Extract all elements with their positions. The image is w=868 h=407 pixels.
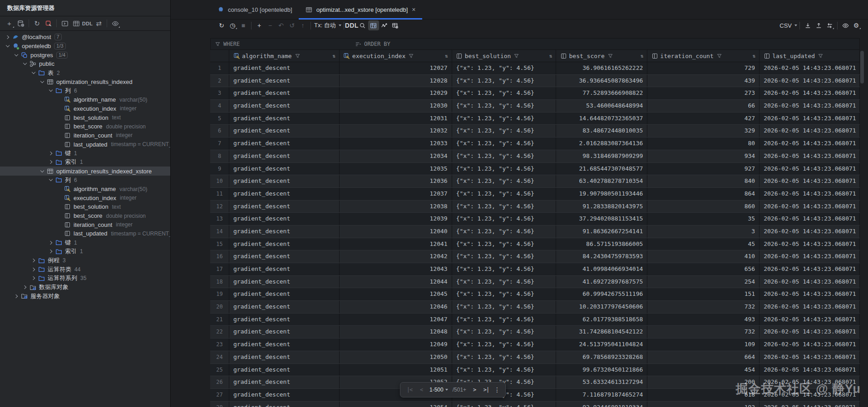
tab-console-10[interactable]: console_10 [openteledb]: [210, 0, 299, 19]
close-icon[interactable]: ×: [412, 6, 415, 13]
cell-execution_index[interactable]: 12048: [340, 326, 452, 338]
tree-item-iteration_count[interactable]: iteration_countinteger: [0, 131, 170, 140]
row-number[interactable]: 20: [210, 301, 229, 313]
chevron-right-icon[interactable]: [30, 257, 37, 264]
ddl-button[interactable]: DDL: [346, 20, 357, 30]
cell-execution_index[interactable]: 12043: [340, 263, 452, 275]
search-icon[interactable]: [357, 20, 368, 30]
row-number[interactable]: 25: [210, 364, 229, 376]
cell-execution_index[interactable]: 12044: [340, 276, 452, 288]
jump-to-console-icon[interactable]: ⇄: [93, 18, 104, 29]
cell-algorithm_name[interactable]: gradient_descent: [229, 314, 340, 326]
cell-execution_index[interactable]: 12027: [340, 62, 452, 74]
row-number[interactable]: 10: [210, 175, 229, 187]
cell-execution_index[interactable]: 12054: [340, 402, 452, 407]
cell-last_updated[interactable]: 2026-02-05 14:43:23.068071: [760, 314, 860, 326]
cell-iteration_count[interactable]: 860: [647, 201, 760, 213]
cell-execution_index[interactable]: 12040: [340, 226, 452, 238]
cell-iteration_count[interactable]: 151: [647, 288, 760, 300]
row-number[interactable]: 27: [210, 389, 229, 401]
cell-last_updated[interactable]: 2026-02-05 14:43:23.068071: [760, 238, 860, 250]
tree-item-iteration_count[interactable]: iteration_countinteger: [0, 220, 170, 229]
cell-algorithm_name[interactable]: gradient_descent: [229, 201, 340, 213]
tree-item-服务器对象[interactable]: 服务器对象: [0, 292, 170, 301]
cell-last_updated[interactable]: 2026-02-05 14:43:23.068071: [760, 338, 860, 351]
cell-best_score[interactable]: 91.86362667254141: [556, 226, 647, 238]
chart-icon[interactable]: [379, 20, 390, 30]
cell-iteration_count[interactable]: 493: [647, 314, 760, 326]
row-number[interactable]: 23: [210, 338, 229, 351]
cell-algorithm_name[interactable]: gradient_descent: [229, 276, 340, 288]
cell-last_updated[interactable]: 2026-02-05 14:43:23.068071: [760, 125, 860, 137]
cell-iteration_count[interactable]: 329: [647, 125, 760, 137]
cell-iteration_count[interactable]: 454: [647, 364, 760, 376]
cell-last_updated[interactable]: 2026-02-05 14:43:23.068071: [760, 75, 860, 87]
filter-table-icon[interactable]: [368, 20, 379, 30]
cell-algorithm_name[interactable]: gradient_descent: [229, 75, 340, 87]
cell-best_score[interactable]: 62.01779388518658: [556, 314, 647, 326]
tree-item-execution_index[interactable]: execution_indexinteger: [0, 104, 170, 113]
cell-best_score[interactable]: 84.24304759783593: [556, 250, 647, 263]
cell-best_solution[interactable]: {"x": 1.23, "y": 4.56}: [452, 87, 557, 99]
cell-best_solution[interactable]: {"x": 1.23, "y": 4.56}: [452, 201, 557, 213]
row-number[interactable]: 7: [210, 137, 229, 150]
cell-best_score[interactable]: 98.31846987909299: [556, 150, 647, 162]
column-header-iteration_count[interactable]: iteration_count⇅: [647, 50, 760, 62]
chevron-right-icon[interactable]: [30, 275, 37, 282]
row-number[interactable]: 19: [210, 288, 229, 300]
chevron-down-icon[interactable]: [21, 60, 29, 68]
tree-item-列[interactable]: 列6: [0, 176, 170, 185]
cell-last_updated[interactable]: 2026-02-05 14:43:23.068071: [760, 150, 860, 162]
cell-best_score[interactable]: 99.67320450121866: [556, 364, 647, 376]
tree-item-best_solution[interactable]: best_solutiontext: [0, 202, 170, 211]
cell-iteration_count[interactable]: 273: [647, 87, 760, 99]
cell-execution_index[interactable]: 12033: [340, 137, 452, 150]
submit-icon[interactable]: ↑: [297, 20, 308, 30]
cell-execution_index[interactable]: 12029: [340, 87, 452, 99]
cell-execution_index[interactable]: 12050: [340, 351, 452, 363]
cell-execution_index[interactable]: 12038: [340, 201, 452, 213]
chevron-down-icon[interactable]: [30, 69, 37, 77]
chevron-right-icon[interactable]: [47, 150, 54, 157]
cell-last_updated[interactable]: 2026-02-05 14:43:23.068071: [760, 87, 860, 99]
add-icon[interactable]: +: [4, 18, 15, 29]
tree-item-execution_index[interactable]: execution_indexinteger: [0, 193, 170, 202]
cell-algorithm_name[interactable]: gradient_descent: [229, 376, 340, 388]
where-filter[interactable]: WHERE: [211, 41, 355, 47]
cell-iteration_count[interactable]: 80: [647, 137, 760, 150]
cell-iteration_count[interactable]: 864: [647, 188, 760, 200]
cell-best_solution[interactable]: {"x": 1.23, "y": 4.56}: [452, 62, 557, 74]
chevron-right-icon[interactable]: [47, 158, 54, 166]
cell-last_updated[interactable]: 2026-02-05 14:43:23.068071: [760, 276, 860, 288]
chevron-right-icon[interactable]: [47, 248, 54, 255]
cell-last_updated[interactable]: 2026-02-05 14:43:23.068071: [760, 250, 860, 263]
reload-icon[interactable]: ↻: [216, 20, 227, 30]
cell-last_updated[interactable]: 2026-02-05 14:43:23.068071: [760, 175, 860, 187]
tree-item-索引[interactable]: 索引1: [0, 158, 170, 167]
delete-row-icon[interactable]: −: [265, 20, 276, 30]
cell-best_solution[interactable]: {"x": 1.23, "y": 4.56}: [452, 150, 557, 162]
row-number-header[interactable]: [210, 50, 229, 62]
cell-algorithm_name[interactable]: gradient_descent: [229, 364, 340, 376]
funnel-icon[interactable]: [409, 54, 414, 59]
cell-best_solution[interactable]: {"x": 1.23, "y": 4.56}: [452, 314, 557, 326]
first-page-button[interactable]: |<: [404, 385, 414, 395]
tree-item-表[interactable]: 表2: [0, 69, 170, 78]
cell-iteration_count[interactable]: 45: [647, 238, 760, 250]
cell-best_score[interactable]: 60.99942675511196: [556, 288, 647, 300]
sort-icon[interactable]: ⇅: [641, 53, 644, 59]
cell-algorithm_name[interactable]: gradient_descent: [229, 301, 340, 313]
cell-best_solution[interactable]: {"x": 1.23, "y": 4.56}: [452, 75, 557, 87]
cell-iteration_count[interactable]: 410: [647, 250, 760, 263]
tree-item-postgres[interactable]: postgres1/4: [0, 50, 170, 59]
cell-algorithm_name[interactable]: gradient_descent: [229, 175, 340, 187]
cell-execution_index[interactable]: 12035: [340, 163, 452, 175]
cell-best_score[interactable]: 77.52893666908822: [556, 87, 647, 99]
cell-best_solution[interactable]: {"x": 1.23, "y": 4.56}: [452, 351, 557, 363]
chevron-right-icon[interactable]: [30, 266, 37, 273]
tree-item-algorithm_name[interactable]: algorithm_namevarchar(50): [0, 95, 170, 104]
tree-item-best_score[interactable]: best_scoredouble precision: [0, 122, 170, 131]
more-options-icon[interactable]: ⋮: [493, 386, 501, 393]
chevron-right-icon[interactable]: [47, 239, 54, 246]
sort-icon[interactable]: ⇅: [549, 53, 552, 59]
